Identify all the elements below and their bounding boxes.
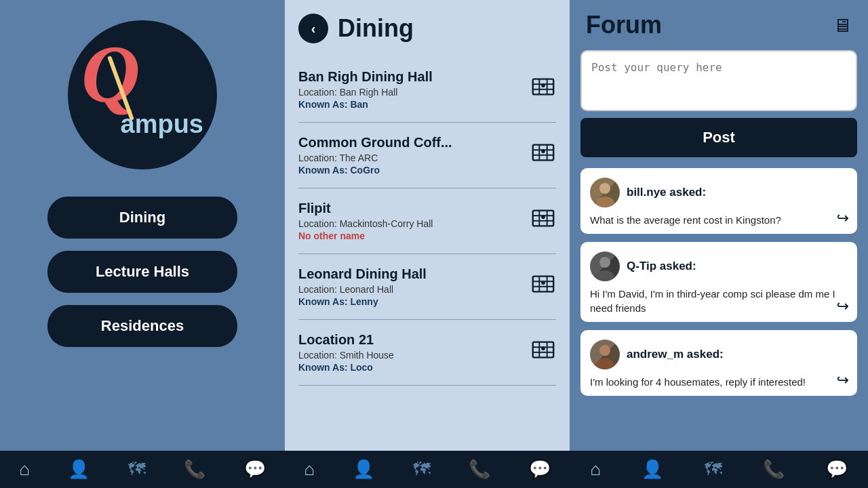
post-username: Q-Tip asked: xyxy=(627,260,696,273)
home-icon[interactable]: ⌂ xyxy=(19,459,30,480)
dining-header: ‹ Dining xyxy=(285,0,570,57)
person-icon[interactable]: 👤 xyxy=(353,459,374,480)
svg-point-34 xyxy=(599,345,610,356)
dining-item-known: Known As: Lenny xyxy=(298,296,427,307)
logo-circle: Q ampus xyxy=(68,20,217,169)
dining-item-info: Ban Righ Dining Hall Location: Ban Righ … xyxy=(298,69,433,110)
svg-point-31 xyxy=(595,197,614,207)
forum-post: Q-Tip asked: Hi I'm David, I'm in third-… xyxy=(580,242,857,322)
forum-post-header: andrew_m asked: xyxy=(590,340,848,369)
nav-buttons: Dining Lecture Halls Residences xyxy=(47,197,237,347)
phone-icon[interactable]: 📞 xyxy=(763,459,785,480)
list-item[interactable]: Ban Righ Dining Hall Location: Ban Righ … xyxy=(298,57,556,123)
svg-point-17 xyxy=(541,215,545,219)
post-username: bill.nye asked: xyxy=(627,186,706,199)
map-pin-icon xyxy=(530,271,556,302)
list-item[interactable]: Leonard Dining Hall Location: Leonard Ha… xyxy=(298,254,556,320)
svg-point-5 xyxy=(541,83,545,87)
left-bottom-nav: ⌂ 👤 🗺 📞 💬 xyxy=(0,451,285,488)
person-icon[interactable]: 👤 xyxy=(642,459,663,480)
reply-icon[interactable]: ↩ xyxy=(837,298,849,315)
post-text: Hi I'm David, I'm in third-year comp sci… xyxy=(590,287,848,315)
right-panel: Forum 🖥 Post bill.nye asked: What is the… xyxy=(570,0,868,488)
svg-point-35 xyxy=(595,359,614,369)
reply-icon[interactable]: ↩ xyxy=(837,371,849,389)
avatar xyxy=(590,251,620,281)
chat-icon[interactable]: 💬 xyxy=(244,459,266,480)
dining-list: Ban Righ Dining Hall Location: Ban Righ … xyxy=(285,57,570,451)
svg-point-23 xyxy=(541,281,545,285)
home-icon[interactable]: ⌂ xyxy=(304,459,315,480)
residences-button[interactable]: Residences xyxy=(47,305,237,347)
map-pin-icon xyxy=(530,140,556,171)
reply-icon[interactable]: ↩ xyxy=(837,209,849,227)
lecture-halls-button[interactable]: Lecture Halls xyxy=(47,251,237,293)
phone-icon[interactable]: 📞 xyxy=(184,459,205,480)
avatar xyxy=(590,340,620,369)
svg-point-33 xyxy=(595,270,614,281)
svg-point-32 xyxy=(599,257,610,268)
middle-bottom-nav: ⌂ 👤 🗺 📞 💬 xyxy=(285,451,570,488)
forum-title: Forum xyxy=(586,11,662,39)
query-input[interactable] xyxy=(580,50,857,111)
forum-content: Post bill.nye asked: What is the average… xyxy=(570,50,868,451)
bell-icon[interactable]: 🖥 xyxy=(833,14,852,37)
svg-point-29 xyxy=(541,346,545,350)
dining-item-name: Common Ground Coff... xyxy=(298,135,452,150)
dining-item-info: Common Ground Coff... Location: The ARC … xyxy=(298,135,452,176)
logo-container: Q ampus xyxy=(81,41,203,149)
logo-ampus-text: ampus xyxy=(121,110,203,139)
left-panel: Q ampus Dining Lecture Halls Residences … xyxy=(0,0,285,488)
map-icon[interactable]: 🗺 xyxy=(413,459,431,480)
dining-item-name: Location 21 xyxy=(298,332,394,348)
list-item[interactable]: Flipit Location: Mackintosh-Corry Hall N… xyxy=(298,188,556,254)
map-icon[interactable]: 🗺 xyxy=(705,459,722,480)
list-item[interactable]: Location 21 Location: Smith House Known … xyxy=(298,320,556,386)
dining-item-info: Leonard Dining Hall Location: Leonard Ha… xyxy=(298,266,427,307)
post-button[interactable]: Post xyxy=(580,118,857,157)
logo-q-letter: Q xyxy=(81,34,140,115)
dining-button[interactable]: Dining xyxy=(47,197,237,239)
map-pin-icon xyxy=(530,205,556,237)
forum-post: andrew_m asked: I'm looking for 4 housem… xyxy=(580,330,857,396)
dining-item-location: Location: The ARC xyxy=(298,152,452,163)
list-item[interactable]: Common Ground Coff... Location: The ARC … xyxy=(298,123,556,188)
avatar xyxy=(590,178,620,207)
post-username: andrew_m asked: xyxy=(627,348,724,361)
svg-point-11 xyxy=(541,149,545,153)
dining-item-info: Location 21 Location: Smith House Known … xyxy=(298,332,394,373)
dining-item-name: Flipit xyxy=(298,201,433,216)
post-text: What is the average rent cost in Kingsto… xyxy=(590,213,848,227)
middle-panel: ‹ Dining Ban Righ Dining Hall Location: … xyxy=(285,0,570,488)
dining-item-location: Location: Leonard Hall xyxy=(298,284,427,295)
dining-item-location: Location: Ban Righ Hall xyxy=(298,87,433,98)
dining-item-known: Known As: Ban xyxy=(298,99,433,110)
chat-icon[interactable]: 💬 xyxy=(826,459,848,480)
forum-post-header: Q-Tip asked: xyxy=(590,251,848,281)
dining-title: Dining xyxy=(338,14,414,43)
phone-icon[interactable]: 📞 xyxy=(469,459,490,480)
post-text: I'm looking for 4 housemates, reply if i… xyxy=(590,375,848,389)
dining-item-location: Location: Smith House xyxy=(298,350,394,361)
svg-point-30 xyxy=(599,183,610,194)
chat-icon[interactable]: 💬 xyxy=(529,459,551,480)
dining-item-known: Known As: Loco xyxy=(298,362,394,373)
map-pin-icon xyxy=(530,337,556,368)
back-button[interactable]: ‹ xyxy=(298,14,328,43)
right-bottom-nav: ⌂ 👤 🗺 📞 💬 xyxy=(570,451,868,488)
forum-header: Forum 🖥 xyxy=(570,0,868,50)
dining-item-name: Leonard Dining Hall xyxy=(298,266,427,282)
map-icon[interactable]: 🗺 xyxy=(128,459,146,480)
person-icon[interactable]: 👤 xyxy=(68,459,90,480)
dining-item-known: Known As: CoGro xyxy=(298,165,452,176)
forum-post-header: bill.nye asked: xyxy=(590,178,848,207)
map-pin-icon xyxy=(530,74,556,105)
home-icon[interactable]: ⌂ xyxy=(590,459,601,480)
dining-item-info: Flipit Location: Mackintosh-Corry Hall N… xyxy=(298,201,433,241)
dining-item-name: Ban Righ Dining Hall xyxy=(298,69,433,85)
dining-item-location: Location: Mackintosh-Corry Hall xyxy=(298,218,433,229)
forum-post: bill.nye asked: What is the average rent… xyxy=(580,168,857,234)
dining-item-known: No other name xyxy=(298,230,433,241)
